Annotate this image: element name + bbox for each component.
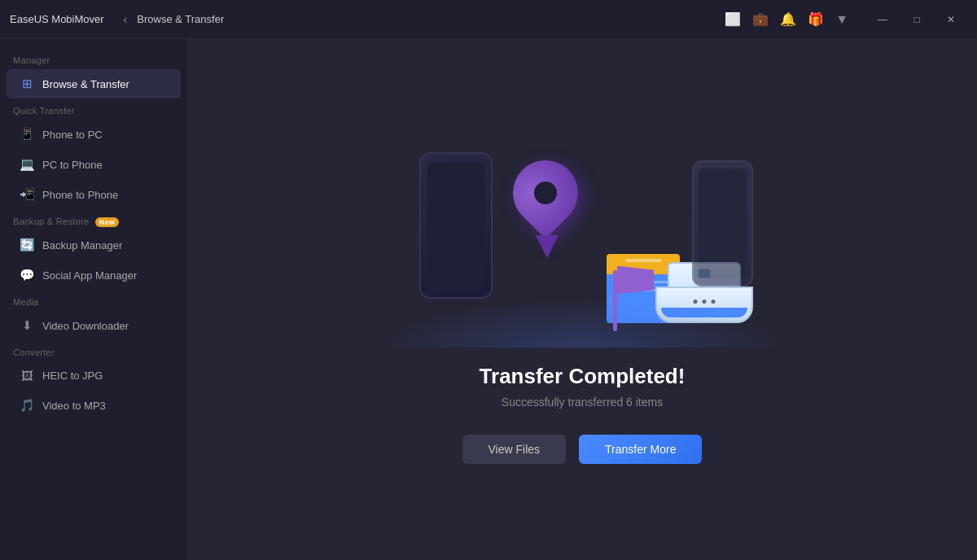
social-app-icon: 💬 <box>20 268 34 282</box>
sidebar-section-backup: Backup & Restore New <box>0 210 187 230</box>
sidebar-item-label: HEIC to JPG <box>42 370 103 382</box>
sidebar-item-browse-transfer[interactable]: ⊞ Browse & Transfer <box>7 69 181 98</box>
sidebar-item-social-app-manager[interactable]: 💬 Social App Manager <box>7 260 181 290</box>
video-to-mp3-icon: 🎵 <box>20 398 34 413</box>
floor-glow <box>379 299 786 348</box>
backup-manager-icon: 🔄 <box>20 238 34 252</box>
phone-right <box>692 160 753 287</box>
browse-transfer-icon: ⊞ <box>20 77 34 91</box>
action-buttons: View Files Transfer More <box>462 435 703 464</box>
phone-to-phone-icon: 📲 <box>20 187 34 202</box>
sidebar-item-phone-to-pc[interactable]: 📱 Phone to PC <box>7 120 181 149</box>
sidebar-item-label: Video to MP3 <box>42 400 106 412</box>
video-downloader-icon: ⬇ <box>20 318 34 333</box>
sidebar-item-backup-manager[interactable]: 🔄 Backup Manager <box>7 230 181 260</box>
sidebar-item-label: Social App Manager <box>42 269 137 282</box>
new-badge: New <box>95 217 119 227</box>
phone-left <box>419 152 493 299</box>
breadcrumb-title: Browse & Transfer <box>137 13 224 25</box>
dropdown-icon[interactable]: ▼ <box>835 12 848 27</box>
sidebar-item-label: Backup Manager <box>42 239 122 252</box>
heic-icon: 🖼 <box>20 369 34 383</box>
minimize-button[interactable]: — <box>866 7 899 33</box>
transfer-more-button[interactable]: Transfer More <box>579 435 702 464</box>
app-title: EaseUS MobiMover <box>10 13 104 25</box>
maximize-button[interactable]: □ <box>900 7 933 33</box>
location-pin-icon <box>505 160 586 258</box>
briefcase-icon[interactable]: 💼 <box>752 11 769 27</box>
title-bar: EaseUS MobiMover ‹ Browse & Transfer ⬜ 💼… <box>0 0 977 39</box>
title-bar-left: EaseUS MobiMover ‹ Browse & Transfer <box>10 13 224 26</box>
illustration <box>379 136 786 348</box>
sidebar-section-media: Media <box>0 291 187 310</box>
title-bar-right: ⬜ 💼 🔔 🎁 ▼ — □ ✕ <box>725 7 967 33</box>
device-icon[interactable]: ⬜ <box>725 11 741 27</box>
sidebar-section-converter: Converter <box>0 341 187 361</box>
main-layout: Manager ⊞ Browse & Transfer Quick Transf… <box>0 39 977 560</box>
sidebar-item-heic-to-jpg[interactable]: 🖼 HEIC to JPG <box>7 361 181 390</box>
content-area: Transfer Completed! Successfully transfe… <box>187 39 977 560</box>
sidebar-item-label: Phone to Phone <box>42 189 118 201</box>
sidebar-item-pc-to-phone[interactable]: 💻 PC to Phone <box>7 150 181 179</box>
sidebar-item-label: PC to Phone <box>42 159 103 171</box>
bell-icon[interactable]: 🔔 <box>780 11 796 27</box>
pc-to-phone-icon: 💻 <box>20 157 34 172</box>
sidebar-item-label: Phone to PC <box>42 129 103 141</box>
view-files-button[interactable]: View Files <box>462 435 567 464</box>
phone-to-pc-icon: 📱 <box>20 127 34 142</box>
sidebar-item-label: Video Downloader <box>42 320 129 332</box>
sidebar-item-label: Browse & Transfer <box>42 78 129 90</box>
gift-icon[interactable]: 🎁 <box>808 11 824 27</box>
sidebar: Manager ⊞ Browse & Transfer Quick Transf… <box>0 39 187 560</box>
sidebar-section-manager: Manager <box>0 49 187 68</box>
close-button[interactable]: ✕ <box>935 7 967 33</box>
sidebar-item-video-downloader[interactable]: ⬇ Video Downloader <box>7 311 181 340</box>
transfer-title: Transfer Completed! <box>480 364 686 389</box>
sidebar-section-quick-transfer: Quick Transfer <box>0 99 187 119</box>
window-controls: — □ ✕ <box>866 7 967 33</box>
sidebar-item-phone-to-phone[interactable]: 📲 Phone to Phone <box>7 180 181 209</box>
sidebar-item-video-to-mp3[interactable]: 🎵 Video to MP3 <box>7 391 181 420</box>
transfer-subtitle: Successfully transferred 6 items <box>502 396 663 409</box>
back-arrow[interactable]: ‹ <box>124 13 128 26</box>
